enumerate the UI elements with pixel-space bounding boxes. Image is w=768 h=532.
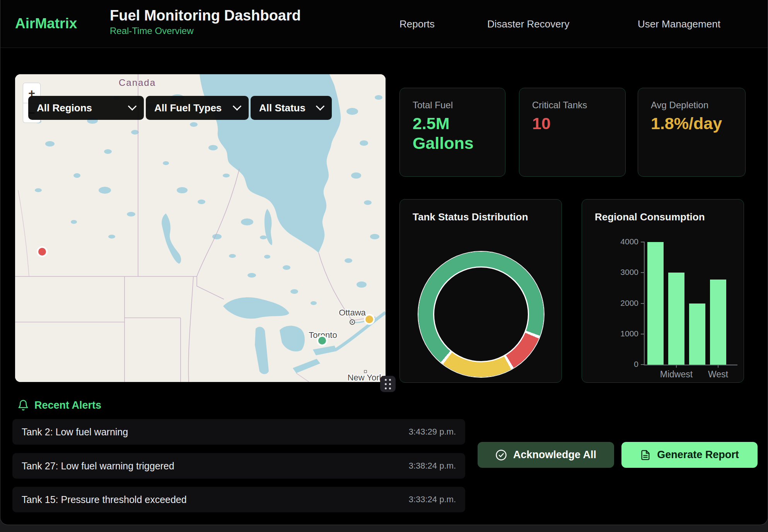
donut-hole — [433, 266, 529, 362]
alert-text: Tank 2: Low fuel warning — [22, 426, 128, 438]
acknowledge-all-button[interactable]: Acknowledge All — [478, 442, 614, 468]
alert-row[interactable]: Tank 15: Pressure threshold exceeded 3:3… — [12, 487, 465, 512]
bar-segment — [710, 280, 726, 365]
page-subtitle: Real-Time Overview — [110, 26, 301, 36]
stat-label: Avg Depletion — [651, 100, 708, 111]
recent-alerts-title: Recent Alerts — [34, 399, 101, 411]
y-axis-tick-mark — [641, 272, 645, 273]
x-axis-tick-mark — [718, 365, 719, 368]
map-marker-warning[interactable] — [365, 315, 374, 324]
alert-row[interactable]: Tank 2: Low fuel warning 3:43:29 p.m. — [12, 419, 465, 445]
y-axis-tick-mark — [641, 334, 645, 334]
alert-time: 3:43:29 p.m. — [409, 427, 456, 437]
region-filter-dropdown[interactable]: All Regions — [28, 96, 144, 120]
bar-segment — [668, 273, 684, 365]
alert-row[interactable]: Tank 27: Low fuel warning triggered 3:38… — [12, 453, 465, 479]
stat-card-total-fuel: Total Fuel 2.5M Gallons — [399, 88, 505, 177]
stat-card-critical-tanks: Critical Tanks 10 — [519, 88, 626, 177]
bell-icon — [17, 399, 29, 411]
fuel-type-filter-dropdown[interactable]: All Fuel Types — [146, 96, 249, 120]
alert-time: 3:38:24 p.m. — [409, 461, 456, 471]
map-label-ottawa: Ottawa — [339, 308, 366, 317]
page-title: Fuel Monitoring Dashboard — [110, 7, 301, 24]
x-axis-tick-label: West — [695, 369, 741, 380]
alert-text: Tank 27: Low fuel warning triggered — [22, 460, 174, 472]
region-filter-value: All Regions — [37, 102, 92, 114]
map-label-canada: Canada — [119, 77, 156, 88]
check-circle-icon — [495, 449, 507, 461]
status-filter-value: All Status — [259, 102, 305, 114]
map-label-new-york: New York — [348, 373, 384, 382]
capital-dot-icon — [350, 320, 355, 324]
map-resize-handle[interactable] — [380, 376, 396, 392]
recent-alerts-header: Recent Alerts — [17, 399, 101, 411]
alert-text: Tank 15: Pressure threshold exceeded — [22, 494, 187, 505]
bar-segment — [689, 304, 705, 365]
x-axis-tick-label: Midwest — [653, 369, 700, 380]
y-axis-tick-label: 3000 — [604, 268, 638, 277]
x-axis-tick-mark — [676, 365, 677, 368]
y-axis-tick-mark — [641, 364, 645, 365]
nav-user-management[interactable]: User Management — [638, 18, 720, 30]
y-axis-tick-label: 4000 — [604, 237, 638, 246]
chevron-down-icon — [233, 102, 242, 111]
nav-reports[interactable]: Reports — [399, 18, 435, 30]
fuel-type-filter-value: All Fuel Types — [154, 102, 222, 114]
town-dot-icon — [364, 370, 367, 373]
chevron-down-icon — [128, 102, 137, 111]
stat-value: 10 — [532, 114, 609, 133]
y-axis-tick-mark — [641, 242, 645, 242]
map-marker-critical[interactable] — [38, 247, 47, 256]
y-axis-tick-label: 1000 — [604, 329, 638, 338]
map-canvas[interactable]: Canada Ottawa Toronto New York — [15, 74, 386, 382]
map-marker-normal[interactable] — [317, 336, 327, 345]
chevron-down-icon — [316, 102, 325, 111]
status-filter-dropdown[interactable]: All Status — [251, 96, 332, 120]
generate-report-label: Generate Report — [657, 449, 739, 461]
stat-label: Critical Tanks — [532, 100, 587, 111]
bar-plot: 01000200030004000MidwestWest — [644, 242, 737, 365]
regional-consumption-chart-card: Regional Consumption 01000200030004000Mi… — [582, 199, 744, 383]
map-panel[interactable]: Canada Ottawa Toronto New York + − All R… — [15, 74, 386, 382]
stat-value: 1.8%/day — [651, 114, 709, 133]
app-header: AirMatrix Fuel Monitoring Dashboard Real… — [0, 0, 768, 48]
dashboard-root: AirMatrix Fuel Monitoring Dashboard Real… — [0, 0, 768, 525]
stat-value: 2.5M Gallons — [413, 114, 490, 153]
alert-time: 3:33:24 p.m. — [409, 494, 456, 505]
stat-card-avg-depletion: Avg Depletion 1.8%/day — [638, 88, 746, 177]
generate-report-button[interactable]: Generate Report — [621, 442, 758, 468]
y-axis-tick-label: 0 — [604, 360, 638, 369]
y-axis-tick-label: 2000 — [604, 298, 638, 308]
tank-status-chart-card: Tank Status Distribution — [399, 199, 562, 383]
chart-title: Tank Status Distribution — [413, 211, 528, 223]
acknowledge-all-label: Acknowledge All — [513, 449, 596, 461]
brand-logo[interactable]: AirMatrix — [15, 15, 77, 32]
nav-disaster-recovery[interactable]: Disaster Recovery — [487, 18, 569, 30]
bar-segment — [647, 242, 664, 365]
y-axis-tick-mark — [641, 303, 645, 304]
chart-title: Regional Consumption — [595, 211, 705, 223]
title-block: Fuel Monitoring Dashboard Real-Time Over… — [110, 7, 301, 36]
file-report-icon — [640, 449, 651, 461]
stat-label: Total Fuel — [413, 100, 453, 111]
